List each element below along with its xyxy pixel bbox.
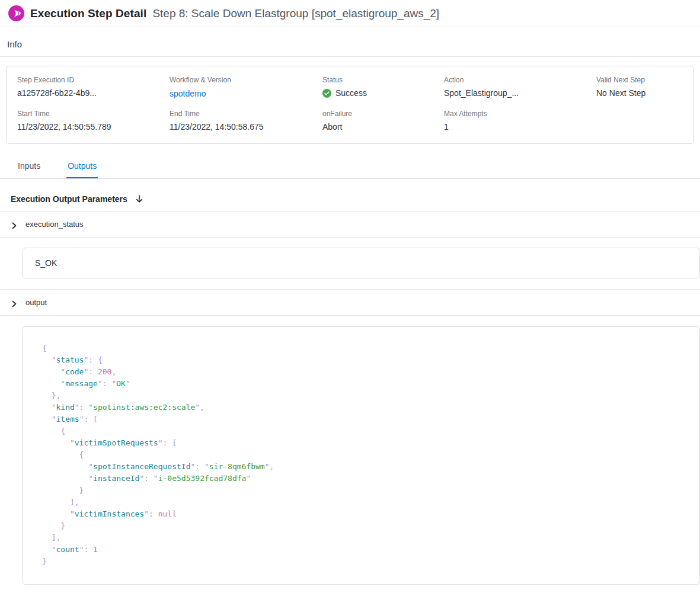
field-max-attempts: Max Attempts 1 <box>444 110 596 131</box>
code-line: } <box>42 485 690 496</box>
code-line: "victimSpotRequests": [ <box>42 437 690 449</box>
tab-outputs[interactable]: Outputs <box>66 156 98 178</box>
info-section-label: Info <box>0 27 700 57</box>
success-check-icon <box>322 89 331 98</box>
field-label: Max Attempts <box>444 110 596 118</box>
field-start-time: Start Time 11/23/2022, 14:50:55.789 <box>17 110 170 131</box>
tab-inputs[interactable]: Inputs <box>17 156 41 178</box>
code-line: ], <box>42 496 690 508</box>
field-status: Status Success <box>322 76 444 99</box>
code-line: "victimInstances": null <box>42 508 690 520</box>
workflow-link[interactable]: spotdemo <box>170 89 206 98</box>
field-step-execution-id: Step Execution ID a125728f-6b22-4b9... <box>17 76 170 99</box>
status-badge: Success <box>335 88 367 98</box>
field-value: No Next Step <box>596 88 683 98</box>
code-line: "spotInstanceRequestId": "sir-8qm6fbwm", <box>42 461 690 473</box>
field-empty <box>596 110 683 131</box>
execution-status-value: S_OK <box>35 258 57 268</box>
param-name: execution_status <box>25 220 84 229</box>
field-onfailure: onFailure Abort <box>322 110 444 131</box>
page-subtitle: Step 8: Scale Down Elastgroup [spot_elas… <box>152 7 439 20</box>
chevron-right-icon <box>11 221 18 228</box>
field-workflow-version: Workflow & Version spotdemo <box>170 76 322 99</box>
field-label: Valid Next Step <box>596 76 683 84</box>
code-line: { <box>42 425 690 437</box>
field-value: 11/23/2022, 14:50:55.789 <box>17 122 170 131</box>
field-label: onFailure <box>322 110 444 118</box>
field-label: Workflow & Version <box>170 76 322 84</box>
code-line: } <box>42 520 690 532</box>
code-line: "instanceId": "i-0e5d5392fcad78dfa" <box>42 473 690 485</box>
field-value: Abort <box>322 122 444 131</box>
code-line: "code": 200, <box>42 366 690 378</box>
field-value: Spot_Elastigroup_... <box>444 88 596 98</box>
app-logo-icon <box>8 5 24 21</box>
field-label: Start Time <box>17 110 170 118</box>
field-valid-next-step: Valid Next Step No Next Step <box>596 76 683 99</box>
execution-status-value-box: S_OK <box>23 248 700 278</box>
code-line: "count": 1 <box>42 544 690 556</box>
page-title: Execution Step Detail <box>30 7 146 20</box>
code-line: }, <box>42 390 690 402</box>
output-code-block: { "status": { "code": 200, "message": "O… <box>23 326 700 585</box>
output-parameters-header: Execution Output Parameters <box>0 179 700 211</box>
code-line: "kind": "spotinst:aws:ec2:scale", <box>42 402 690 413</box>
field-label: End Time <box>170 110 322 118</box>
code-line: "message": "OK" <box>42 378 690 390</box>
code-line: } <box>42 556 690 567</box>
field-label: Action <box>444 76 596 84</box>
code-line: ], <box>42 532 690 544</box>
code-line: "status": { <box>42 354 690 366</box>
tabs-bar: Inputs Outputs <box>0 156 700 179</box>
code-line: "items": [ <box>42 413 690 425</box>
field-value: a125728f-6b22-4b9... <box>17 88 170 98</box>
param-name: output <box>25 298 47 307</box>
output-parameters-title: Execution Output Parameters <box>11 194 127 204</box>
page-header: Execution Step Detail Step 8: Scale Down… <box>0 0 700 27</box>
chevron-right-icon <box>11 299 18 306</box>
field-label: Step Execution ID <box>17 76 170 84</box>
field-label: Status <box>322 76 444 84</box>
info-card: Step Execution ID a125728f-6b22-4b9... W… <box>6 66 694 144</box>
param-row-output[interactable]: output <box>0 289 700 316</box>
code-line: { <box>42 449 690 461</box>
arrow-down-icon[interactable] <box>135 194 144 204</box>
field-value: 11/23/2022, 14:50:58.675 <box>170 122 322 131</box>
param-row-execution-status[interactable]: execution_status <box>0 211 700 238</box>
field-end-time: End Time 11/23/2022, 14:50:58.675 <box>170 110 322 131</box>
code-line: { <box>42 342 690 354</box>
field-action: Action Spot_Elastigroup_... <box>444 76 596 99</box>
field-value: 1 <box>444 122 596 131</box>
